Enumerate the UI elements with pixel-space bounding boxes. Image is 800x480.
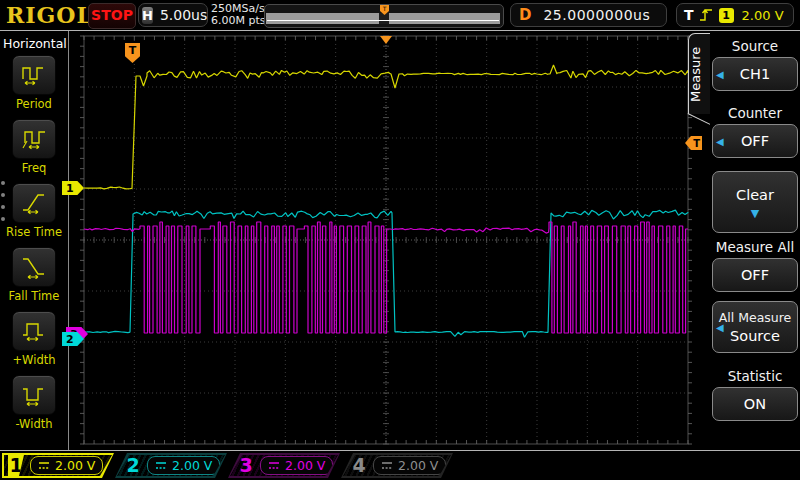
sidebar-item-plus-width[interactable]: +Width	[0, 311, 68, 367]
dc-coupling-icon	[155, 461, 167, 470]
rising-edge-icon	[698, 7, 714, 23]
measure-menu-title: Measure	[688, 38, 712, 110]
menu-group-source: Source ◀ CH1	[712, 38, 798, 91]
left-arrow-icon: ◀	[716, 322, 724, 333]
dc-coupling-icon	[381, 461, 393, 470]
svg-text:T: T	[382, 5, 387, 12]
counter-button[interactable]: ◀ OFF	[712, 124, 798, 158]
sidebar-item-fall-time[interactable]: Fall Time	[0, 247, 68, 303]
bottom-bar: 1 2.00 V 2 2.00 V	[0, 451, 800, 480]
trigger-level-value: 2.00 V	[742, 8, 784, 23]
measure-menu: Source ◀ CH1 Counter ◀ OFF Clear ▼ Measu…	[710, 31, 800, 450]
minus-width-icon	[21, 383, 47, 407]
rise-time-icon	[21, 191, 47, 215]
oscilloscope-screen: RIGOL STOP H 5.00us 250MSa/s 6.00M pts T	[0, 0, 800, 480]
clear-button[interactable]: Clear ▼	[712, 171, 798, 233]
channel4-status[interactable]: 4 2.00 V	[341, 453, 453, 478]
delay-badge: D	[519, 6, 531, 24]
sidebar-item-rise-time[interactable]: Rise Time	[0, 183, 68, 239]
freq-icon	[21, 127, 47, 151]
measure-items-sidebar: Horizontal Period Freq Rise Time	[0, 31, 68, 450]
channel1-status[interactable]: 1 2.00 V	[2, 453, 114, 478]
trigger-panel[interactable]: T 1 2.00 V	[676, 3, 794, 27]
top-bar: RIGOL STOP H 5.00us 250MSa/s 6.00M pts T	[0, 0, 800, 30]
measure-all-button[interactable]: OFF	[712, 258, 798, 292]
delay-panel[interactable]: D 25.0000000us	[510, 3, 667, 27]
channel2-status[interactable]: 2 2.00 V	[115, 453, 227, 478]
all-measure-source-button[interactable]: ◀ All Measure Source	[712, 301, 798, 353]
waveform-display	[0, 0, 800, 480]
horizontal-position-strip[interactable]: T	[264, 4, 504, 28]
memory-position-indicator: T	[265, 5, 501, 25]
menu-group-measure-all: Measure All OFF	[712, 239, 798, 292]
run-state-button[interactable]: STOP	[88, 3, 136, 29]
left-arrow-icon: ◀	[716, 69, 724, 80]
sidebar-divider	[68, 31, 69, 450]
channel3-status[interactable]: 3 2.00 V	[228, 453, 340, 478]
statistic-button[interactable]: ON	[712, 387, 798, 421]
horizontal-scale-panel[interactable]: H 5.00us	[138, 3, 208, 27]
down-arrow-icon: ▼	[751, 210, 759, 218]
period-icon	[21, 63, 47, 87]
menu-group-all-measure-source: ◀ All Measure Source	[712, 301, 798, 353]
rigol-logo: RIGOL	[6, 2, 93, 28]
menu-group-clear: Clear ▼	[712, 171, 798, 233]
memory-depth: 6.00M pts	[211, 15, 266, 27]
trigger-source-badge: 1	[719, 8, 734, 23]
source-button[interactable]: ◀ CH1	[712, 57, 798, 91]
horizontal-badge: H	[142, 7, 153, 24]
dc-coupling-icon	[268, 461, 280, 470]
menu-group-counter: Counter ◀ OFF	[712, 105, 798, 158]
sidebar-title: Horizontal	[3, 36, 68, 51]
horizontal-scale-value: 5.00us	[160, 7, 207, 23]
dc-coupling-icon	[38, 461, 50, 470]
trigger-label: T	[684, 7, 694, 23]
sidebar-item-period[interactable]: Period	[0, 55, 68, 111]
delay-value: 25.0000000us	[543, 7, 650, 23]
left-arrow-icon: ◀	[716, 136, 724, 147]
sidebar-item-minus-width[interactable]: -Width	[0, 375, 68, 431]
acquisition-info: 250MSa/s 6.00M pts	[211, 3, 266, 27]
menu-group-statistic: Statistic ON	[712, 368, 798, 421]
plus-width-icon	[21, 319, 47, 343]
topbar-divider	[0, 30, 800, 31]
page-indicator-dots-left	[1, 181, 5, 221]
sidebar-item-freq[interactable]: Freq	[0, 119, 68, 175]
fall-time-icon	[21, 255, 47, 279]
